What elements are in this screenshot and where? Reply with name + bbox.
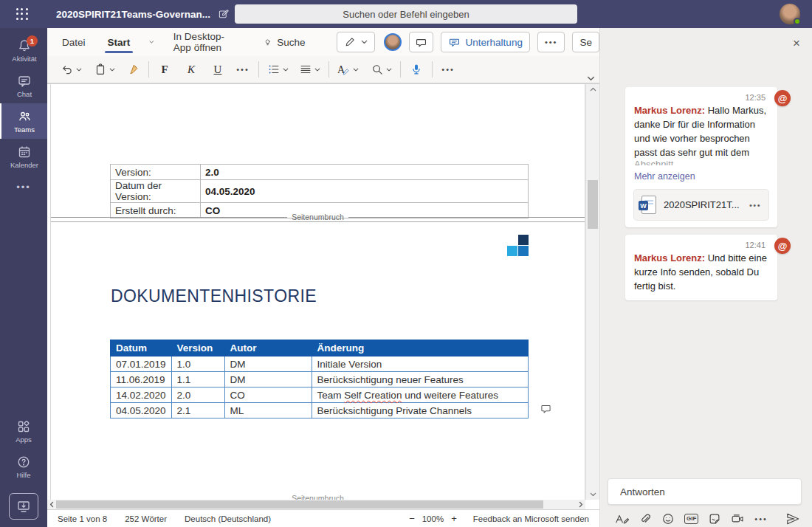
composer-more-button[interactable]: ••• (754, 515, 768, 523)
sidebar-item-teams[interactable]: Teams (0, 103, 47, 139)
styles-button[interactable]: A (334, 59, 362, 80)
app-launcher-icon[interactable] (16, 8, 28, 20)
styles-pen-icon (342, 68, 350, 76)
attachment-file-name: 2020SPIRIT21T... (664, 199, 742, 210)
sidebar-item-apps[interactable]: Apps (16, 413, 32, 449)
toolbar-more-button[interactable]: ••• (438, 59, 458, 80)
sticker-button[interactable] (708, 512, 721, 526)
attach-button[interactable] (639, 512, 652, 526)
sidebar-item-chat[interactable]: Chat (0, 68, 47, 103)
coauthor-avatar[interactable] (384, 33, 402, 51)
zoom-out-button[interactable]: − (409, 513, 415, 524)
gif-button[interactable]: GIF (684, 514, 698, 524)
tab-home[interactable]: Start (105, 28, 134, 56)
vertical-scroll-thumb[interactable] (588, 180, 598, 229)
undo-button[interactable] (58, 59, 85, 80)
open-in-desktop-button[interactable]: In Desktop-App öffnen (173, 31, 238, 53)
send-button[interactable] (785, 512, 800, 526)
reply-box (608, 478, 802, 505)
draw-pen-button[interactable] (337, 32, 375, 52)
presence-available-dot (794, 18, 801, 25)
word-count-status[interactable]: 252 Wörter (125, 514, 167, 523)
zoom-in-button[interactable]: + (451, 513, 457, 524)
tell-me-search-button[interactable]: Suche (277, 37, 305, 48)
find-button[interactable] (368, 59, 395, 80)
bullet-list-button[interactable] (264, 59, 292, 80)
toolbar-divider (432, 61, 433, 78)
emoji-button[interactable] (661, 512, 675, 526)
message-text: Markus Lorenz: Und bitte eine kurze Info… (634, 251, 768, 293)
page-break-marker-partial: Seitenumbruch (51, 494, 585, 500)
table-row: Datum der Version: 04.05.2020 (111, 180, 529, 203)
zoom-level[interactable]: 100% (422, 514, 444, 523)
message-timestamp: 12:41 (634, 241, 768, 249)
show-more-link[interactable]: Mehr anzeigen (634, 171, 695, 182)
rename-edit-icon[interactable] (218, 8, 230, 20)
vertical-scrollbar[interactable] (585, 84, 599, 500)
scroll-down-arrow[interactable] (586, 492, 599, 497)
ribbon-more-button[interactable]: ••• (537, 32, 565, 52)
underline-button[interactable]: U (207, 59, 228, 80)
ribbon-tabs-chevron-icon[interactable] (149, 40, 154, 44)
reply-input[interactable] (608, 479, 801, 504)
document-canvas[interactable]: Version: 2.0 Datum der Version: 04.05.20… (47, 83, 599, 509)
table-row: Version: 2.0 (111, 165, 529, 180)
page-count-status[interactable]: Seite 1 von 8 (58, 514, 107, 523)
close-panel-icon[interactable]: × (793, 37, 800, 49)
table-row: 04.05.2020 2.1 ML Berücksichtigung Priva… (111, 403, 529, 418)
truncated-text-line: Abschnitt (634, 159, 768, 165)
search-input[interactable] (235, 4, 577, 24)
alignment-button[interactable] (296, 59, 323, 80)
document-page[interactable]: Version: 2.0 Datum der Version: 04.05.20… (50, 84, 585, 500)
font-more-button[interactable]: ••• (233, 59, 253, 80)
format-painter-button[interactable] (123, 59, 143, 80)
conversation-button[interactable]: Unterhaltung (441, 32, 530, 52)
word-file-icon: W (641, 196, 656, 214)
undo-chevron-icon (76, 68, 82, 72)
chat-message: 12:35 Markus Lorenz: Hallo Markus, danke… (625, 87, 777, 227)
lightbulb-icon (264, 36, 272, 49)
version-meta-table: Version: 2.0 Datum der Version: 04.05.20… (110, 164, 529, 218)
horizontal-scroll-thumb[interactable] (56, 500, 543, 509)
conversation-icon (448, 36, 461, 49)
bold-button[interactable]: F (154, 59, 175, 80)
paste-button[interactable] (91, 59, 118, 80)
teams-top-bar: 2020SPIRIT21Teams-Governan... (0, 0, 812, 28)
align-icon (299, 63, 312, 76)
undo-icon (61, 63, 74, 76)
close-document-button[interactable]: Se (572, 32, 599, 52)
download-desktop-app-button[interactable] (9, 493, 38, 520)
toolbar-divider (400, 61, 401, 78)
sidebar-item-calendar[interactable]: Kalender (0, 139, 47, 174)
horizontal-scrollbar[interactable] (47, 500, 585, 509)
sidebar-item-help[interactable]: Hilfe (16, 449, 31, 484)
comments-button[interactable] (409, 32, 433, 52)
feedback-link[interactable]: Feedback an Microsoft senden (473, 514, 589, 523)
ribbon-toolbar-row: F K U ••• A (47, 56, 599, 83)
word-status-bar: Seite 1 von 8 252 Wörter Deutsch (Deutsc… (47, 509, 599, 527)
styles-chevron-icon (353, 68, 359, 72)
margin-comment-icon[interactable] (540, 403, 552, 415)
meet-video-button[interactable] (731, 512, 745, 526)
toolbar-divider (148, 61, 149, 78)
scroll-up-arrow[interactable] (586, 87, 599, 92)
language-status[interactable]: Deutsch (Deutschland) (185, 514, 271, 523)
profile-avatar[interactable] (780, 4, 800, 24)
tab-file[interactable]: Datei (59, 28, 89, 56)
collapse-ribbon-button[interactable] (587, 76, 595, 81)
rail-more-apps-icon[interactable]: ••• (0, 174, 47, 199)
attachment-more-icon[interactable]: ••• (749, 201, 761, 210)
toolbar-divider (258, 61, 259, 78)
file-attachment-card[interactable]: W 2020SPIRIT21T... ••• (634, 190, 768, 220)
page-edge-line (51, 221, 585, 222)
scroll-right-arrow[interactable] (579, 500, 583, 509)
dictate-button[interactable] (406, 59, 427, 80)
format-button[interactable] (615, 513, 629, 526)
toolbar-divider (328, 61, 329, 78)
app-rail: 1 Aktivität Chat Teams Kalender ••• Apps (0, 28, 47, 527)
pen-icon (344, 36, 356, 48)
activity-badge: 1 (27, 35, 38, 46)
scroll-left-arrow[interactable] (49, 500, 54, 509)
italic-button[interactable]: K (181, 59, 202, 80)
sidebar-item-activity[interactable]: 1 Aktivität (0, 32, 47, 68)
